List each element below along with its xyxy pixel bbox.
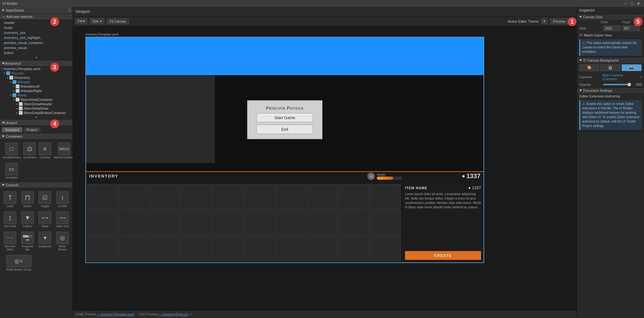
inventory-slot[interactable] (87, 210, 118, 235)
inventory-slot[interactable] (213, 210, 244, 235)
bg-image-icon: 🖼 (609, 66, 612, 70)
stylesheet-item[interactable]: .footer (0, 25, 73, 30)
width-input[interactable] (603, 25, 620, 31)
lib-item-visualelement[interactable]: □ VisualElement (2, 141, 21, 160)
file-dropdown[interactable]: File▾ (75, 18, 87, 24)
lib-item-button[interactable]: ⊓ Button (19, 190, 36, 209)
lib-item-foldout[interactable]: ▼ Foldout (19, 210, 36, 229)
uss-preview-link[interactable]: — InventoryStyle.uss (159, 313, 188, 316)
tree-item-itembuttoncontainer[interactable]: ▸ #ItemDetailButtonContainer (0, 111, 73, 115)
inventory-slot[interactable] (307, 210, 338, 235)
tab-standard[interactable]: Standard (2, 127, 22, 132)
doc-settings-header[interactable]: Document Settings (577, 88, 644, 93)
tab-project[interactable]: Project (24, 127, 41, 132)
bg-color-button[interactable]: 🎨 (579, 64, 599, 71)
inventory-slot[interactable] (370, 184, 401, 209)
tree-item-headerleft[interactable]: ▸ #HeaderLeft (0, 84, 73, 89)
lib-item-listview[interactable]: ≡ ListView (38, 141, 52, 160)
lib-item-radio[interactable]: ◎ Radio Button (54, 230, 71, 252)
lib-item-slider[interactable]: ⟷ Slider (37, 210, 53, 229)
stylesheet-item[interactable]: .preview_visual (0, 45, 73, 50)
inventory-slot[interactable] (338, 236, 369, 261)
stylesheet-item[interactable]: .button (0, 50, 73, 55)
inventory-slot[interactable] (119, 236, 149, 261)
uxml-preview-link[interactable]: — InventoryTemplate.uxml (97, 313, 134, 316)
close-button[interactable]: ✕ (636, 1, 641, 6)
inventory-slot[interactable] (150, 184, 181, 209)
inventory-slot[interactable] (244, 184, 275, 209)
tree-item-headerright[interactable]: ▸ #HeaderRight (0, 89, 73, 93)
stylesheet-item[interactable]: .inventory_slot_highlight... (0, 35, 73, 40)
inventory-slot[interactable] (87, 184, 118, 209)
inventory-slot[interactable] (87, 236, 118, 261)
camera-value: Main Camera (Camera) (602, 73, 637, 81)
inventory-slot[interactable] (338, 210, 369, 235)
tree-item-header[interactable]: ▾ #Header (0, 80, 73, 84)
inventory-slot[interactable] (276, 236, 306, 261)
tree-item-inventory[interactable]: ▾ #Inventory (0, 75, 73, 80)
inventory-slot[interactable] (150, 236, 181, 261)
lib-item-textfield[interactable]: T Text Field (2, 210, 18, 229)
tree-item-body[interactable]: ▾ #Body (0, 93, 73, 97)
hierarchy-scroll-down[interactable]: ▾ (0, 115, 73, 120)
lib-item-label[interactable]: T Label (2, 190, 18, 209)
lib-item-dropdown[interactable]: ▾ Dropdown (37, 230, 53, 252)
stylesheet-item[interactable]: .header (0, 20, 73, 25)
lib-item-imgui[interactable]: IMGUI IMGUIContainer (53, 141, 73, 160)
inventory-slot[interactable] (338, 184, 369, 209)
lib-item-radio-group[interactable]: ◎= Radio Button Group (2, 254, 36, 272)
fit-canvas-button[interactable]: Fit Canvas (107, 19, 129, 24)
maximize-button[interactable]: □ (629, 1, 634, 6)
inventory-slot[interactable] (119, 210, 149, 235)
tree-item-screen[interactable]: ▾ #Screen (0, 71, 73, 75)
stylesheet-item[interactable]: .inventory_slot (0, 30, 73, 35)
hierarchy-menu-icon[interactable]: ⋯ (67, 61, 71, 65)
preview-button[interactable]: Preview (550, 19, 568, 24)
inventory-slot[interactable] (181, 184, 212, 209)
theme-dropdown[interactable]: ▾ (541, 18, 548, 24)
bg-image-button[interactable]: 🖼 (600, 64, 620, 71)
library-header[interactable]: Library 4 ⋯ (0, 120, 73, 126)
inventory-slot[interactable] (276, 184, 306, 209)
opacity-slider[interactable] (603, 84, 631, 85)
inventory-slot[interactable] (213, 184, 244, 209)
inventory-slot[interactable] (119, 184, 149, 209)
minimize-button[interactable]: − (623, 1, 628, 6)
start-game-button[interactable]: Start Game (257, 113, 313, 122)
inventory-slot[interactable] (370, 236, 401, 261)
stylesheet-scroll-down[interactable]: ▾ (0, 55, 73, 60)
inventory-slot[interactable] (307, 184, 338, 209)
inventory-slot[interactable] (276, 210, 306, 235)
tree-item-itemdetailview[interactable]: ▸ #ItemDetailView (0, 106, 73, 111)
inventory-slot[interactable] (181, 210, 212, 235)
bg-camera-button[interactable]: 📷 (622, 64, 641, 71)
inventory-slot[interactable] (307, 236, 338, 261)
height-input[interactable] (622, 25, 640, 31)
lib-item-scrollview[interactable]: ⊡ ScrollView (22, 141, 37, 160)
create-button[interactable]: CREATE (405, 251, 481, 260)
hierarchy-header[interactable]: Hierarchy 3 ⋯ (0, 60, 73, 67)
tree-root[interactable]: ▾ InventoryTemplate.uxml (0, 67, 73, 71)
add-selector-button[interactable]: ＋ Add new selector... (0, 14, 73, 20)
inventory-slot[interactable] (244, 210, 275, 235)
lib-item-minmax[interactable]: ↔↔ Min-Max Slider (2, 230, 18, 252)
inventory-slot[interactable] (370, 210, 401, 235)
exit-button[interactable]: Exit (257, 125, 313, 134)
tree-item-itemdetailcontainer[interactable]: ▾ #ItemDetailContainer (0, 97, 73, 102)
lib-item-scroller[interactable]: ↕ Scroller (54, 190, 71, 209)
lib-item-groupbox[interactable]: ▭ GroupBox (2, 162, 21, 180)
inventory-slot[interactable] (213, 236, 244, 261)
stylesheets-section-header[interactable]: StyleSheets 2 (0, 7, 73, 14)
inventory-slot[interactable] (244, 236, 275, 261)
tree-item-itemdetailheader[interactable]: ▸ #ItemDetailHeader (0, 102, 73, 106)
match-game-checkbox[interactable]: ☑ Match Game View (579, 33, 612, 37)
stylesheet-item[interactable]: .preview_visual_container... (0, 40, 73, 45)
inventory-slot[interactable] (150, 210, 181, 235)
library-menu-icon[interactable]: ⋯ (67, 121, 71, 125)
lib-item-toggle[interactable]: ☑ Toggle (37, 190, 53, 209)
inventory-slot[interactable] (181, 236, 212, 261)
zoom-dropdown[interactable]: 75% ▾ (90, 18, 104, 24)
lib-item-progressbar[interactable]: ▬ Progress Bar (19, 230, 36, 252)
lib-item-slider-int[interactable]: ⟷ Slider (Int) (54, 210, 71, 229)
canvas-bg-header[interactable]: ☑ Canvas Background (577, 57, 644, 63)
